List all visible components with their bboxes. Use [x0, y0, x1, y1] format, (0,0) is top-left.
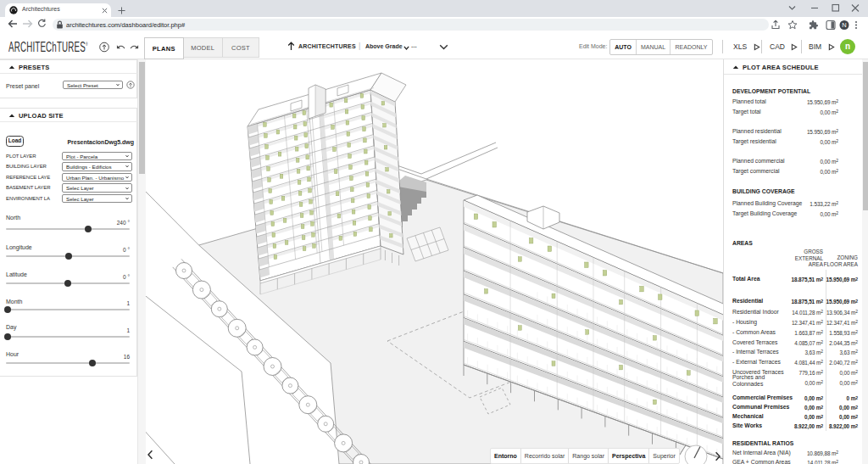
svg-text:N: N [842, 21, 846, 29]
